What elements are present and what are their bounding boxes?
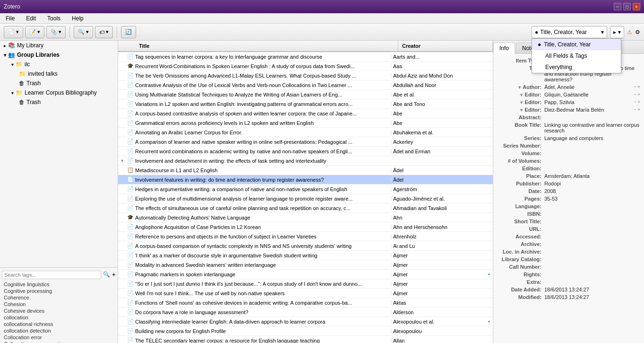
info-remove-button[interactable]: − — [634, 107, 636, 112]
expand-icon: ▸ — [4, 43, 6, 48]
info-remove-button[interactable]: − — [634, 99, 636, 105]
menu-tools[interactable]: Tools — [43, 14, 64, 23]
settings-icon[interactable]: ⚙ — [635, 29, 640, 35]
sidebar-item-lcb-trash[interactable]: 🗑 Trash — [0, 97, 118, 107]
tag-item[interactable]: Collocation error — [2, 334, 116, 341]
table-row[interactable]: 🎓Recurrent Word-Combinations in Spoken L… — [118, 62, 493, 71]
table-row[interactable]: 📄Do corpora have a role in language asse… — [118, 308, 493, 317]
row-indicator-dot: ● — [485, 319, 493, 324]
table-row[interactable]: 📄Hedges in argumentative writing: a comp… — [118, 185, 493, 194]
sidebar-group-libraries[interactable]: ▾ 👥 Group Libraries — [0, 50, 118, 60]
info-add-button[interactable]: + — [637, 99, 640, 105]
table-row[interactable]: 📄Recurrent word combinations in academic… — [118, 147, 493, 156]
ilc-label: ilc — [25, 61, 30, 68]
table-row[interactable]: 📋Metadiscourse in L1 and L2 EnglishÄdel — [118, 166, 493, 175]
info-expand-arrow[interactable]: ▾ — [520, 92, 523, 97]
sidebar-item-ilc[interactable]: ▾ 📁 ilc — [0, 60, 118, 69]
tag-item[interactable]: collocation — [2, 314, 116, 321]
search-type-dropdown[interactable]: ● Title, Creator, Year ▾ — [532, 26, 607, 38]
tag-item[interactable]: collocation detection — [2, 327, 116, 334]
column-header-creator[interactable]: Creator — [398, 41, 493, 51]
table-row[interactable]: 📄Contrastive Analysis of the Use of Lexi… — [118, 80, 493, 90]
sidebar-item-learner-corpus-bib[interactable]: ▾ 📁 Learner Corpus Bibliography — [0, 88, 118, 97]
column-header-title[interactable]: Title — [135, 41, 398, 51]
tag-item[interactable]: collocational richness — [2, 321, 116, 327]
tag-item[interactable]: Collocation error correction — [2, 341, 116, 343]
table-row[interactable]: 🎓Automatically Detecting Authors' Native… — [118, 213, 493, 222]
locate-button[interactable]: 🔍 ▾ — [74, 26, 93, 38]
sidebar-item-my-library[interactable]: ▸ 📚 My Library — [0, 41, 118, 50]
info-remove-button[interactable]: − — [634, 92, 636, 97]
info-row-editor2: ▾ Editor:Papp, Szilvia−+ — [497, 99, 640, 105]
row-type-icon: 📄 — [126, 195, 135, 202]
sync-button[interactable]: 🔄 — [121, 26, 136, 38]
tags-search-input[interactable] — [2, 271, 101, 279]
row-title: Involvement features in writing: do time… — [135, 177, 391, 183]
add-attachment-button[interactable]: 📎 ▾ — [46, 26, 66, 38]
search-option-all-fields-tags[interactable]: All Fields & Tags — [532, 50, 621, 62]
table-row[interactable]: 📄Involvement features in writing: do tim… — [118, 175, 493, 185]
table-row[interactable]: 📄The effects of simultaneous use of care… — [118, 203, 493, 213]
table-row[interactable]: 📄Anglophone Acquisition of Case Particle… — [118, 222, 493, 232]
table-row[interactable]: 📄The be Verb Omissions among Advanced L1… — [118, 71, 493, 80]
info-add-button[interactable]: + — [637, 92, 640, 97]
table-row[interactable]: 📄'I think' as a marker of discourse styl… — [118, 251, 493, 260]
tag-item[interactable]: Cognitive linguistics — [2, 281, 116, 288]
table-row[interactable]: ▾📄Involvement and detachment in writing:… — [118, 156, 493, 166]
table-row[interactable]: 📄Functions of 'Shell nouns' as cohesive … — [118, 298, 493, 308]
search-option-title-creator-year[interactable]: ● Title, Creator, Year — [532, 39, 621, 50]
table-row[interactable]: 📄The TELEC secondary learner corpus: a r… — [118, 336, 493, 343]
tag-item[interactable]: Cognitive processing — [2, 288, 116, 294]
add-attachment-dropdown-icon: ▾ — [59, 29, 61, 35]
menu-file[interactable]: File — [2, 14, 18, 23]
table-row[interactable]: 📄Well I'm not sure I think... The use of… — [118, 289, 493, 298]
search-option-everything[interactable]: Everything — [532, 62, 621, 73]
tag-item[interactable]: Cohesion — [2, 301, 116, 308]
menu-edit[interactable]: Edit — [22, 14, 40, 23]
tab-info[interactable]: Info — [493, 43, 515, 54]
table-row[interactable]: 📄A corpus-based comparison of syntactic … — [118, 241, 493, 251]
locate-icon: 🔍 — [78, 29, 85, 35]
info-expand-arrow[interactable]: ▾ — [520, 107, 523, 113]
row-creator: Ahn — [391, 215, 485, 220]
tag-color-button[interactable]: 🏷 ▾ — [95, 26, 113, 38]
minimize-button[interactable]: − — [614, 3, 621, 10]
maximize-button[interactable]: □ — [623, 3, 631, 10]
row-type-icon: 📄 — [126, 281, 135, 287]
info-row-url: URL: — [497, 226, 640, 232]
table-row[interactable]: 📄A corpus-based contrastive analysis of … — [118, 109, 493, 118]
table-row[interactable]: 📄Reference to persons and objects in the… — [118, 232, 493, 241]
menu-help[interactable]: Help — [68, 14, 87, 23]
table-row[interactable]: 📄Building new corpora for English Profil… — [118, 326, 493, 336]
info-label-archive: Archive: — [497, 241, 544, 247]
tag-item[interactable]: Coherence — [2, 294, 116, 301]
table-row[interactable]: 📄"So er I just sort I just dunno I think… — [118, 279, 493, 289]
table-row[interactable]: 📄Pragmatic markers in spoken interlangua… — [118, 270, 493, 279]
info-add-button[interactable]: + — [637, 107, 640, 112]
table-row[interactable]: 📄A comparison of learner and native spea… — [118, 137, 493, 147]
new-item-button[interactable]: 📄 ▾ — [4, 26, 23, 38]
info-add-button[interactable]: + — [637, 84, 640, 89]
info-remove-button[interactable]: − — [634, 84, 636, 89]
table-row[interactable]: 📄Grammatical errors across proficiency l… — [118, 118, 493, 128]
sidebar-item-ilc-trash[interactable]: 🗑 Trash — [0, 79, 118, 88]
table-row[interactable]: 📄Using Multivariate Statistical Techniqu… — [118, 90, 493, 99]
table-row[interactable]: 📄Tag sequences in learner corpora: a key… — [118, 52, 493, 62]
table-row[interactable]: 📄Annotating an Arabic Learner Corpus for… — [118, 128, 493, 137]
new-note-button[interactable]: 📝 ▾ — [25, 26, 44, 38]
close-button[interactable]: × — [633, 3, 640, 10]
info-expand-arrow[interactable]: ▾ — [520, 100, 523, 105]
search-type-arrow: ▾ — [601, 29, 604, 35]
search-results-nav[interactable]: ▸ ▾ — [610, 26, 624, 38]
tag-item[interactable]: Cohesive devices — [2, 308, 116, 314]
sidebar-item-invited-talks[interactable]: 📁 invited talks — [0, 69, 118, 79]
table-row[interactable]: 📄Modality in advanced Swedish learners' … — [118, 260, 493, 270]
table-row[interactable]: 📄Exploring the use of multidimensional a… — [118, 194, 493, 203]
info-expand-arrow[interactable]: ▾ — [518, 85, 521, 90]
info-value-dateAdded: 18/6/2013 13:24:27 — [544, 287, 640, 292]
info-value-date: 2008 — [544, 188, 640, 194]
ilc-expand-icon: ▾ — [11, 62, 14, 67]
tags-add-icon[interactable]: + — [112, 271, 116, 278]
table-row[interactable]: 📄Variations in L2 spoken and written Eng… — [118, 99, 493, 109]
table-row[interactable]: 📄Classifying intermediate learner Englis… — [118, 317, 493, 326]
